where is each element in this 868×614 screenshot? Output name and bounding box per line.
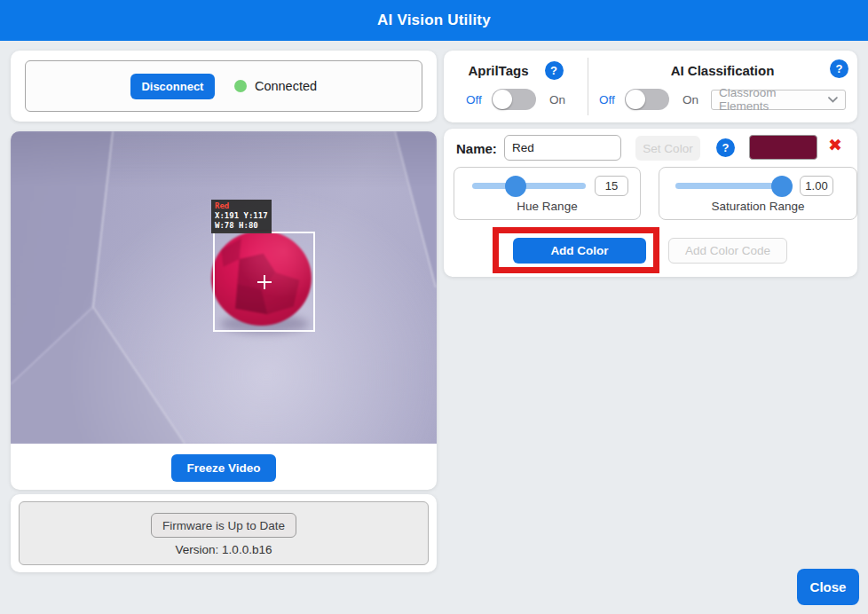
status-label: Connected: [255, 79, 317, 93]
connection-status-box: Disconnect Connected: [25, 60, 422, 112]
delete-color-icon[interactable]: ✖: [828, 136, 842, 155]
apriltags-label: AprilTags: [468, 63, 528, 78]
ai-vision-utility-window: AI Vision Utility Disconnect Connected A…: [0, 0, 868, 614]
disconnect-button[interactable]: Disconnect: [130, 74, 215, 99]
classification-dropdown-value: Classroom Elements: [719, 86, 828, 113]
ai-classification-toggle[interactable]: [625, 89, 669, 110]
color-name-input[interactable]: [504, 135, 621, 161]
crosshair-icon: [264, 275, 265, 289]
ai-classification-header: AI Classification: [588, 59, 857, 81]
saturation-range-label: Saturation Range: [659, 200, 856, 213]
apriltags-header: AprilTags ?: [444, 59, 588, 81]
set-color-button[interactable]: Set Color: [635, 136, 700, 161]
connection-status: Connected: [234, 79, 317, 93]
status-dot-icon: [234, 80, 247, 92]
toggle-knob: [626, 90, 645, 109]
detection-name: Red: [215, 201, 268, 211]
detection-size: W:78 H:80: [215, 221, 268, 231]
connection-card: Disconnect Connected: [11, 51, 437, 122]
hue-slider-knob[interactable]: [505, 176, 526, 197]
ai-classification-off-label: Off: [599, 93, 615, 106]
saturation-value: 1.00: [800, 176, 833, 196]
hue-slider-track[interactable]: [472, 183, 586, 189]
detection-toggles-card: AprilTags ? Off On AI Classification ? O…: [444, 51, 857, 122]
firmware-card: Firmware is Up to Date Version: 1.0.0.b1…: [11, 494, 437, 572]
ai-classification-on-label: On: [683, 93, 698, 106]
hue-value: 15: [595, 176, 628, 196]
set-color-help-icon[interactable]: ?: [716, 138, 735, 157]
page-title: AI Vision Utility: [377, 12, 491, 29]
saturation-range-control: 1.00 Saturation Range: [659, 167, 857, 220]
name-label: Name:: [456, 141, 497, 156]
firmware-version: Version: 1.0.0.b16: [20, 543, 428, 556]
add-color-button[interactable]: Add Color: [513, 238, 646, 264]
add-color-code-button[interactable]: Add Color Code: [668, 238, 787, 264]
ai-classification-section: AI Classification ? Off On Classroom Ele…: [588, 51, 857, 122]
detection-bounding-box: [213, 232, 315, 332]
detection-position: X:191 Y:117: [215, 211, 268, 221]
saturation-slider-knob[interactable]: [771, 176, 793, 197]
hue-range-label: Hue Range: [454, 200, 640, 213]
toggle-knob: [493, 90, 512, 109]
apriltags-off-label: Off: [466, 93, 482, 106]
firmware-status-button[interactable]: Firmware is Up to Date: [151, 513, 296, 538]
hue-range-control: 15 Hue Range: [454, 167, 641, 220]
ai-classification-label: AI Classification: [671, 63, 775, 78]
firmware-box: Firmware is Up to Date Version: 1.0.0.b1…: [19, 501, 429, 565]
freeze-video-button[interactable]: Freeze Video: [171, 454, 276, 482]
apriltags-on-label: On: [549, 93, 565, 106]
apriltags-section: AprilTags ? Off On: [444, 51, 588, 122]
apriltags-toggle-row: Off On: [444, 89, 588, 110]
apriltags-toggle[interactable]: [492, 89, 536, 110]
camera-video-feed: Red X:191 Y:117 W:78 H:80: [11, 131, 437, 444]
ai-classification-toggle-row: Off On Classroom Elements: [588, 89, 857, 110]
chevron-down-icon: [828, 97, 838, 103]
apriltags-help-icon[interactable]: ?: [545, 61, 564, 80]
video-card: Red X:191 Y:117 W:78 H:80 Freeze Video: [11, 131, 437, 490]
color-config-card: Name: Set Color ? ✖ 15 Hue Range 1.00 Sa…: [444, 129, 857, 277]
detection-label: Red X:191 Y:117 W:78 H:80: [211, 200, 272, 233]
ai-classification-help-icon[interactable]: ?: [830, 59, 848, 78]
saturation-slider-track[interactable]: [675, 183, 791, 189]
close-button[interactable]: Close: [797, 569, 859, 605]
color-swatch: [749, 135, 817, 160]
classification-dropdown[interactable]: Classroom Elements: [711, 90, 846, 110]
title-bar: AI Vision Utility: [0, 0, 868, 41]
